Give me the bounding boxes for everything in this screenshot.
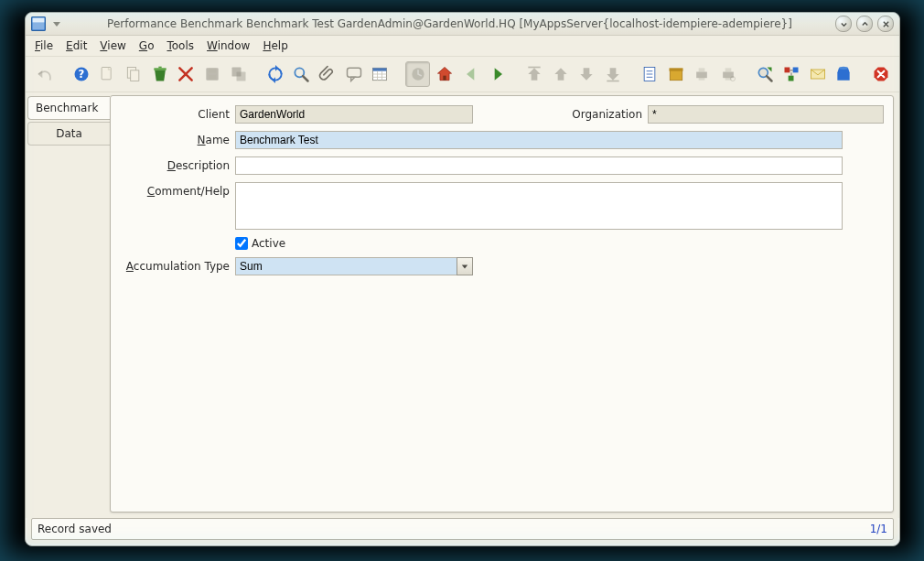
refresh-button[interactable] — [263, 62, 286, 86]
svg-rect-57 — [789, 76, 794, 81]
svg-rect-10 — [158, 67, 161, 69]
delete-button[interactable] — [148, 62, 171, 86]
window-menu-icon[interactable] — [49, 16, 64, 31]
svg-line-19 — [304, 76, 308, 81]
svg-rect-55 — [784, 68, 790, 73]
find-button[interactable] — [290, 62, 313, 86]
last-button[interactable] — [602, 62, 625, 86]
svg-rect-44 — [669, 68, 682, 70]
end-button[interactable] — [869, 62, 892, 86]
svg-marker-37 — [607, 68, 618, 80]
svg-marker-21 — [350, 77, 354, 81]
svg-line-53 — [767, 76, 771, 81]
save-create-button[interactable] — [227, 62, 250, 86]
parent-button[interactable] — [523, 62, 546, 86]
tab-benchmark[interactable]: Benchmark — [27, 96, 110, 120]
status-bar: Record saved 1/1 — [31, 518, 894, 540]
svg-rect-20 — [347, 68, 360, 77]
copy-record-button[interactable] — [123, 62, 145, 86]
menubar: File Edit View Go Tools Window Help — [26, 36, 899, 57]
client-field[interactable] — [235, 105, 473, 124]
svg-marker-31 — [467, 68, 474, 80]
zoom-across-button[interactable] — [754, 62, 777, 86]
comment-help-field[interactable] — [235, 182, 843, 230]
svg-marker-2 — [53, 22, 60, 27]
menu-help[interactable]: Help — [263, 39, 287, 52]
svg-rect-1 — [33, 18, 45, 23]
status-message: Record saved — [38, 523, 112, 535]
detail-up-button[interactable] — [549, 62, 572, 86]
organization-field[interactable] — [648, 105, 884, 124]
app-icon — [31, 16, 46, 31]
nav-next-button[interactable] — [486, 62, 509, 86]
label-client: Client — [111, 105, 235, 121]
svg-rect-34 — [528, 67, 540, 69]
print-preview-button[interactable] — [717, 62, 740, 86]
svg-marker-17 — [272, 77, 274, 83]
description-field[interactable] — [235, 156, 843, 175]
titlebar: Performance Benchmark Benchmark Test Gar… — [26, 13, 899, 36]
accumulation-type-field[interactable] — [235, 257, 457, 275]
app-window: Performance Benchmark Benchmark Test Gar… — [25, 12, 900, 546]
menu-go[interactable]: Go — [139, 39, 155, 52]
request-button[interactable] — [806, 62, 829, 86]
archive-button[interactable] — [664, 62, 687, 86]
form-panel: Client Organization Name Description Com… — [110, 95, 894, 512]
undo-button[interactable] — [33, 62, 56, 86]
label-name: Name — [111, 131, 235, 146]
tab-data[interactable]: Data — [27, 122, 110, 146]
workflow-button[interactable] — [780, 62, 803, 86]
svg-rect-38 — [607, 81, 618, 82]
main-area: Benchmark Data Client Organization Name … — [26, 92, 899, 518]
grid-toggle-button[interactable] — [369, 62, 392, 86]
svg-marker-32 — [494, 68, 501, 80]
svg-rect-15 — [236, 72, 245, 81]
menu-edit[interactable]: Edit — [66, 39, 87, 52]
svg-marker-33 — [528, 68, 540, 80]
accumulation-type-dropdown-button[interactable] — [457, 257, 473, 275]
label-comment-help: Comment/Help — [111, 182, 235, 198]
menu-tools[interactable]: Tools — [167, 39, 194, 52]
window-title: Performance Benchmark Benchmark Test Gar… — [70, 17, 830, 30]
svg-rect-56 — [793, 68, 799, 73]
maximize-button[interactable] — [856, 16, 873, 32]
close-button[interactable] — [877, 16, 894, 32]
label-organization: Organization — [551, 105, 648, 121]
svg-marker-36 — [581, 68, 593, 80]
save-button[interactable] — [201, 62, 224, 86]
report-button[interactable] — [639, 62, 661, 86]
label-accumulation-type: Accumulation Type — [111, 257, 235, 273]
menu-window[interactable]: Window — [207, 39, 250, 52]
new-button[interactable] — [96, 62, 119, 86]
print-button[interactable] — [691, 62, 714, 86]
svg-rect-47 — [699, 77, 705, 81]
svg-rect-13 — [209, 75, 216, 80]
chat-button[interactable] — [342, 62, 365, 86]
label-active: Active — [252, 237, 285, 250]
nav-prev-button[interactable] — [460, 62, 483, 86]
menu-view[interactable]: View — [100, 39, 125, 52]
menu-file[interactable]: File — [35, 39, 53, 52]
svg-marker-35 — [554, 68, 566, 80]
label-description: Description — [111, 156, 235, 172]
svg-rect-12 — [209, 68, 216, 72]
help-button[interactable]: ? — [70, 62, 92, 86]
svg-rect-9 — [154, 68, 166, 70]
svg-point-61 — [839, 67, 848, 70]
minimize-button[interactable] — [835, 16, 852, 32]
status-position: 1/1 — [870, 523, 887, 535]
accumulation-type-combo[interactable] — [235, 257, 473, 275]
active-checkbox[interactable]: Active — [235, 237, 285, 250]
svg-rect-8 — [131, 70, 139, 81]
product-button[interactable] — [833, 62, 855, 86]
svg-rect-30 — [444, 76, 446, 81]
history-button[interactable] — [405, 61, 430, 87]
delete-selection-button[interactable] — [175, 62, 198, 86]
svg-text:?: ? — [78, 68, 84, 81]
detail-down-button[interactable] — [575, 62, 598, 86]
attachment-button[interactable] — [317, 62, 339, 86]
name-field[interactable] — [235, 131, 843, 149]
home-button[interactable] — [434, 62, 457, 86]
svg-rect-49 — [725, 68, 732, 71]
active-checkbox-input[interactable] — [235, 237, 248, 250]
